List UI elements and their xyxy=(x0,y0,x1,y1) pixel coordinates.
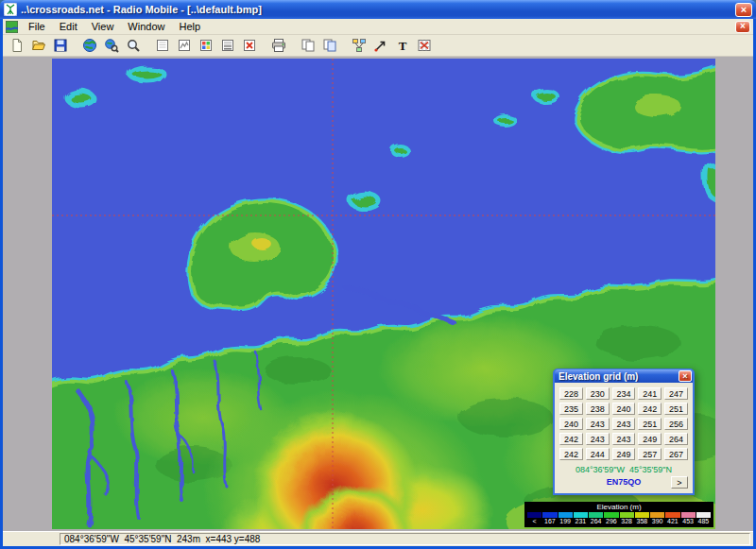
legend-cell: 199 xyxy=(558,512,573,525)
legend-cell: < xyxy=(527,512,541,525)
globe-zoom-icon xyxy=(104,38,119,53)
toolbar-separator xyxy=(261,36,267,55)
world-zoom-button[interactable] xyxy=(101,36,122,55)
elevation-cell: 257 xyxy=(638,448,662,460)
grayscale-map-icon xyxy=(220,38,235,53)
elevation-cell: 251 xyxy=(664,403,688,415)
legend-cell: 328 xyxy=(620,512,634,525)
statusbar-spacer xyxy=(6,534,57,545)
elevation-cell: 242 xyxy=(559,448,583,460)
elevation-cell: 244 xyxy=(586,448,610,460)
legend-row: < 167 199 231 264 296 328 358 390 421 45… xyxy=(527,512,711,525)
child-close-button[interactable]: × xyxy=(735,21,750,33)
delete-grid-button[interactable] xyxy=(414,36,435,55)
merge-picture-icon xyxy=(242,38,257,53)
dialog-body: 228 230 234 241 247 235 238 240 242 251 … xyxy=(555,383,693,493)
text-label-button[interactable]: T xyxy=(392,36,413,55)
elevation-cell: 243 xyxy=(586,433,610,445)
dialog-close-button[interactable]: × xyxy=(679,370,692,382)
blank-picture-icon xyxy=(155,38,170,53)
close-button[interactable]: × xyxy=(735,3,752,17)
legend-cell: 167 xyxy=(542,512,557,525)
elevation-cell: 241 xyxy=(638,387,662,400)
object-network-button[interactable] xyxy=(349,36,369,55)
magnifier-icon xyxy=(126,38,141,53)
dialog-locator-row: EN75QO > xyxy=(559,475,688,489)
draw-link-button[interactable] xyxy=(370,36,391,55)
dialog-next-button[interactable]: > xyxy=(671,476,688,489)
toolbar-separator xyxy=(72,36,78,55)
copy-picture-button[interactable] xyxy=(298,36,318,55)
elevation-cell: 264 xyxy=(664,433,688,445)
elevation-cell: 243 xyxy=(612,418,636,430)
elevation-legend: Elevation (m) < 167 199 231 264 296 328 … xyxy=(524,502,713,527)
open-file-button[interactable] xyxy=(28,36,49,55)
titlebar: ..\crossroads.net - Radio Mobile - [..\d… xyxy=(0,0,756,19)
grayscale-picture-button[interactable] xyxy=(217,36,238,55)
menu-edit[interactable]: Edit xyxy=(53,20,84,33)
toolbar-separator xyxy=(290,36,297,55)
menubar: File Edit View Window Help × xyxy=(3,19,753,35)
new-file-button[interactable] xyxy=(7,36,27,55)
child-window-icon xyxy=(6,21,18,33)
window-title: ..\crossroads.net - Radio Mobile - [..\d… xyxy=(21,4,731,15)
legend-cell: 485 xyxy=(696,512,711,525)
map-properties-button[interactable] xyxy=(79,36,100,55)
elevation-grid-dialog: Elevation grid (m) × 228 230 234 241 247… xyxy=(553,369,695,495)
color-map-icon xyxy=(198,38,214,53)
elevation-cell: 249 xyxy=(638,433,662,445)
link-arrow-icon xyxy=(373,38,388,53)
dialog-titlebar: Elevation grid (m) × xyxy=(555,369,693,383)
terrain-profile-icon xyxy=(177,38,192,53)
legend-title: Elevation (m) xyxy=(527,503,711,511)
copy-icon xyxy=(301,38,316,53)
menu-window[interactable]: Window xyxy=(121,20,171,33)
app-window: ..\crossroads.net - Radio Mobile - [..\d… xyxy=(0,0,756,549)
elevation-cell: 242 xyxy=(559,433,583,445)
open-folder-icon xyxy=(31,38,46,53)
elevation-cell: 249 xyxy=(612,448,636,460)
menu-file[interactable]: File xyxy=(22,20,52,33)
legend-cell: 421 xyxy=(665,512,679,525)
printer-icon xyxy=(271,38,286,53)
legend-cell: 358 xyxy=(635,512,649,525)
colors-picture-button[interactable] xyxy=(196,36,216,55)
elevation-cell: 235 xyxy=(559,403,583,415)
elevation-cell: 228 xyxy=(559,387,583,400)
save-file-button[interactable] xyxy=(50,36,71,55)
elevation-cell: 251 xyxy=(638,418,662,430)
elevation-cell: 238 xyxy=(586,403,610,415)
elevation-cell: 247 xyxy=(664,387,688,400)
new-picture-button[interactable] xyxy=(152,36,173,55)
elevation-cell: 256 xyxy=(664,418,688,430)
elevation-cell: 243 xyxy=(586,418,610,430)
elevation-grid: 228 230 234 241 247 235 238 240 242 251 … xyxy=(559,387,688,460)
legend-cell: 296 xyxy=(604,512,618,525)
elevation-cell: 267 xyxy=(664,448,688,460)
zoom-button[interactable] xyxy=(123,36,144,55)
text-label-icon: T xyxy=(395,38,410,53)
elevation-cell: 230 xyxy=(586,387,610,400)
print-button[interactable] xyxy=(268,36,289,55)
svg-text:T: T xyxy=(399,39,407,53)
elevation-picture-button[interactable] xyxy=(174,36,195,55)
window-frame: File Edit View Window Help × xyxy=(0,19,756,549)
statusbar-cursor-info: 084°36'59"W 45°35'59"N 243m x=443 y=488 xyxy=(60,533,750,545)
legend-cell: 390 xyxy=(650,512,664,525)
copy-all-button[interactable] xyxy=(319,36,340,55)
dialog-locator: EN75QO xyxy=(607,477,642,487)
elevation-cell: 243 xyxy=(612,433,636,445)
toolbar: T xyxy=(3,35,753,57)
menu-view[interactable]: View xyxy=(85,20,121,33)
statusbar: 084°36'59"W 45°35'59"N 243m x=443 y=488 xyxy=(3,531,753,546)
elevation-cell: 240 xyxy=(559,418,583,430)
app-icon xyxy=(4,3,17,16)
elevation-cell: 240 xyxy=(612,403,636,415)
legend-cell: 231 xyxy=(574,512,588,525)
merge-pictures-button[interactable] xyxy=(239,36,260,55)
menu-help[interactable]: Help xyxy=(172,20,207,33)
save-floppy-icon xyxy=(53,38,68,53)
legend-cell: 264 xyxy=(589,512,603,525)
dialog-title: Elevation grid (m) xyxy=(558,371,677,382)
network-icon xyxy=(352,38,367,53)
